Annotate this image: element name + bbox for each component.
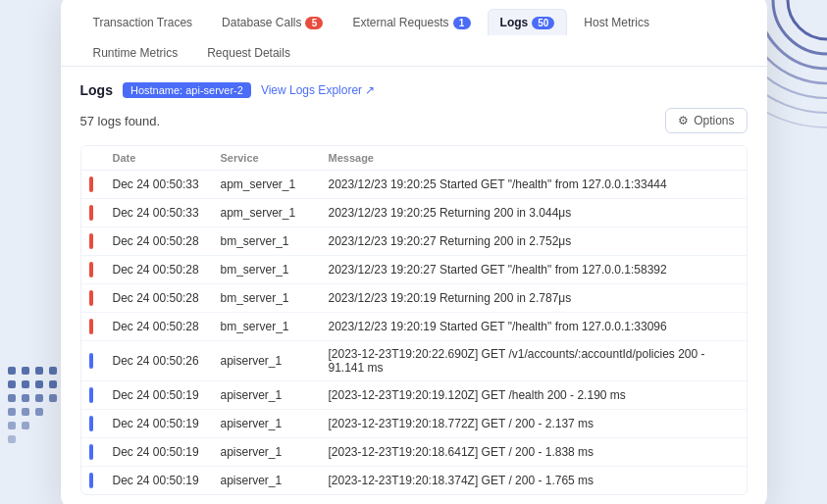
table-row[interactable]: Dec 24 00:50:19apiserver_1[2023-12-23T19… [81,467,747,495]
log-service: apiserver_1 [213,381,321,410]
tab-label: Request Details [207,46,290,60]
logs-header: Logs Hostname: api-server-2 View Logs Ex… [80,82,748,98]
log-level-indicator [89,319,93,334]
table-row[interactable]: Dec 24 00:50:19apiserver_1[2023-12-23T19… [81,438,747,467]
tab-label: Host Metrics [584,16,649,29]
log-service: bm_server_1 [213,284,321,313]
table-row[interactable]: Dec 24 00:50:19apiserver_1[2023-12-23T19… [81,410,747,438]
log-message: 2023/12/23 19:20:19 Returning 200 in 2.7… [321,284,747,313]
log-level-indicator [89,233,93,249]
svg-rect-22 [8,422,16,429]
log-message: 2023/12/23 19:20:25 Returning 200 in 3.0… [321,199,747,227]
tab-badge-database-calls: 5 [305,17,323,29]
tab-host-metrics[interactable]: Host Metrics [571,9,662,35]
options-button-label: Options [694,114,734,127]
svg-rect-23 [22,422,29,429]
table-row[interactable]: Dec 24 00:50:33apm_server_12023/12/23 19… [81,199,747,227]
svg-point-0 [788,0,827,39]
log-level-indicator [89,205,93,221]
log-message: 2023/12/23 19:20:27 Returning 200 in 2.7… [321,227,747,256]
svg-rect-9 [35,367,43,375]
tab-external-requests[interactable]: External Requests 1 [339,9,483,35]
svg-point-1 [773,0,827,54]
svg-rect-15 [8,394,16,402]
stats-row: 57 logs found. ⚙ Options [80,108,748,133]
log-message: [2023-12-23T19:20:18.772Z] GET / 200 - 2… [321,410,747,438]
logs-table-container: Date Service Message Dec 24 00:50:33apm_… [80,145,748,495]
main-card: Transaction Traces Database Calls 5 Exte… [61,0,767,504]
log-service: apm_server_1 [213,199,321,227]
svg-rect-24 [8,435,16,443]
options-button[interactable]: ⚙ Options [665,108,747,133]
log-level-indicator [89,416,93,431]
svg-rect-7 [8,367,16,375]
log-message: [2023-12-23T19:20:22.690Z] GET /v1/accou… [321,341,747,381]
tab-database-calls[interactable]: Database Calls 5 [209,9,336,35]
log-service: apiserver_1 [213,438,321,467]
view-logs-link[interactable]: View Logs Explorer ↗ [261,83,375,97]
svg-rect-16 [22,394,29,402]
tab-runtime-metrics[interactable]: Runtime Metrics [80,39,191,66]
log-message: [2023-12-23T19:20:19.120Z] GET /health 2… [321,381,747,410]
log-level-indicator [89,444,93,460]
log-service: apiserver_1 [213,467,321,495]
tab-label: Logs [500,16,529,29]
tab-label: Runtime Metrics [93,46,179,60]
tab-request-details[interactable]: Request Details [194,39,303,66]
svg-rect-17 [35,394,43,402]
tab-badge-logs: 50 [532,17,554,29]
table-row[interactable]: Dec 24 00:50:28bm_server_12023/12/23 19:… [81,284,747,313]
table-row[interactable]: Dec 24 00:50:33apm_server_12023/12/23 19… [81,171,747,199]
log-date: Dec 24 00:50:28 [105,313,213,341]
external-link-icon: ↗ [365,83,375,97]
log-date: Dec 24 00:50:33 [105,171,213,199]
log-level-indicator [89,262,93,277]
svg-rect-21 [35,408,43,416]
log-date: Dec 24 00:50:28 [105,256,213,284]
table-row[interactable]: Dec 24 00:50:28bm_server_12023/12/23 19:… [81,256,747,284]
tabs-bar: Transaction Traces Database Calls 5 Exte… [61,0,767,67]
log-level-indicator [89,387,93,403]
svg-rect-14 [49,380,57,388]
svg-rect-19 [8,408,16,416]
tab-label: Transaction Traces [93,16,193,29]
logs-section-title: Logs [80,82,113,98]
svg-point-2 [758,0,827,69]
log-service: apiserver_1 [213,341,321,381]
log-message: 2023/12/23 19:20:25 Started GET "/health… [321,171,747,199]
col-header-message: Message [321,146,747,171]
svg-rect-8 [22,367,29,375]
gear-icon: ⚙ [678,114,689,127]
tab-label: Database Calls [222,16,301,29]
tab-logs[interactable]: Logs 50 [488,9,568,35]
log-date: Dec 24 00:50:19 [105,467,213,495]
log-service: apm_server_1 [213,171,321,199]
log-message: [2023-12-23T19:20:18.641Z] GET / 200 - 1… [321,438,747,467]
svg-rect-11 [8,380,16,388]
log-service: bm_server_1 [213,256,321,284]
tab-transaction-traces[interactable]: Transaction Traces [80,9,206,35]
view-logs-link-text: View Logs Explorer [261,83,362,97]
log-level-indicator [89,473,93,488]
log-date: Dec 24 00:50:26 [105,341,213,381]
log-date: Dec 24 00:50:33 [105,199,213,227]
col-header-date: Date [105,146,213,171]
table-row[interactable]: Dec 24 00:50:26apiserver_1[2023-12-23T19… [81,341,747,381]
content-area: Logs Hostname: api-server-2 View Logs Ex… [61,67,767,504]
log-message: 2023/12/23 19:20:27 Started GET "/health… [321,256,747,284]
table-row[interactable]: Dec 24 00:50:28bm_server_12023/12/23 19:… [81,313,747,341]
log-message: [2023-12-23T19:20:18.374Z] GET / 200 - 1… [321,467,747,495]
log-level-indicator [89,290,93,306]
log-date: Dec 24 00:50:19 [105,410,213,438]
tab-label: External Requests [352,16,448,29]
table-row[interactable]: Dec 24 00:50:19apiserver_1[2023-12-23T19… [81,381,747,410]
log-service: bm_server_1 [213,227,321,256]
hostname-badge: Hostname: api-server-2 [123,82,251,98]
svg-rect-10 [49,367,57,375]
tab-badge-external-requests: 1 [453,17,471,29]
log-date: Dec 24 00:50:28 [105,227,213,256]
svg-rect-18 [49,394,57,402]
svg-rect-12 [22,380,29,388]
table-row[interactable]: Dec 24 00:50:28bm_server_12023/12/23 19:… [81,227,747,256]
log-date: Dec 24 00:50:19 [105,438,213,467]
